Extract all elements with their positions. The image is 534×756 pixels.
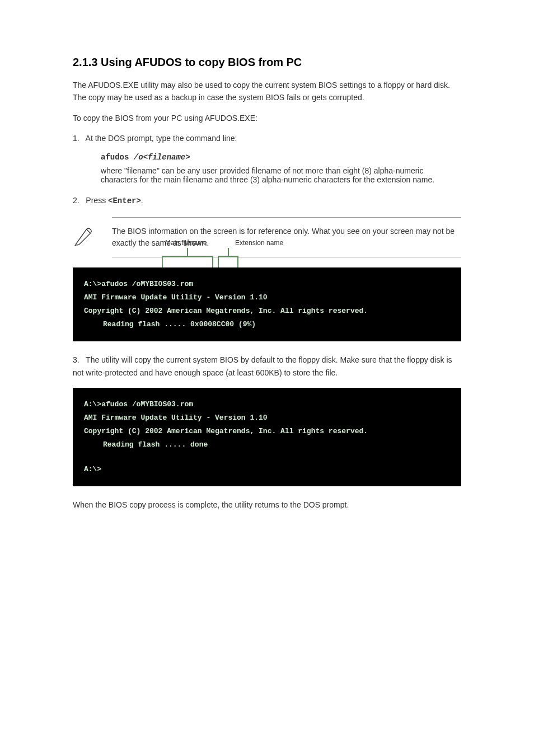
command-line: afudos /o<filename> [101,153,461,162]
terminal1-line1: A:\>afudos /oMYBIOS03.rom [84,278,450,291]
pencil-note-icon [73,224,98,250]
step1-text: At the DOS prompt, type the command line… [86,134,237,143]
syntax-description: where "filename" can be any user provide… [101,166,461,184]
note-box: The BIOS information on the screen is fo… [73,217,461,257]
step2: 2. Press <Enter>. [73,194,461,207]
terminal2-line3: Copyright (C) 2002 American Megatrends, … [84,425,450,438]
terminal2-blank [84,452,450,463]
step1-number: 1. [73,134,79,143]
terminal2-line1: A:\>afudos /oMYBIOS03.rom [84,398,450,411]
terminal1-line4: Reading flash ..... 0x0008CC00 (9%) [84,318,450,331]
step1-intro: To copy the BIOS from your PC using AFUD… [73,112,461,124]
step3: 3. The utility will copy the current sys… [73,354,461,379]
terminal1-line3: Copyright (C) 2002 American Megatrends, … [84,304,450,318]
step3-number: 3. [73,355,79,364]
closing-paragraph: When the BIOS copy process is complete, … [73,499,461,511]
intro-paragraph: The AFUDOS.EXE utility may also be used … [73,79,461,104]
step2-bold: Press [86,196,108,205]
terminal-block-1-wrapper: Main filename Extension name A:\>afudos … [73,267,461,341]
section-title: 2.1.3 Using AFUDOS to copy BIOS from PC [73,56,461,69]
step2-number: 2. [73,196,79,205]
terminal-output-2: A:\>afudos /oMYBIOS03.rom AMI Firmware U… [73,388,461,486]
command-arg: /o<filename> [134,153,190,162]
terminal2-line2: AMI Firmware Update Utility - Version 1.… [84,411,450,425]
terminal1-line2: AMI Firmware Update Utility - Version 1.… [84,291,450,304]
terminal2-line5: A:\> [84,463,450,476]
note-text: The BIOS information on the screen is fo… [112,217,461,257]
terminal-output-1: A:\>afudos /oMYBIOS03.rom AMI Firmware U… [73,267,461,341]
terminal2-line4: Reading flash ..... done [84,438,450,452]
step3-text: The utility will copy the current system… [73,355,452,377]
command-afudos: afudos [101,153,129,162]
enter-key: <Enter> [108,196,141,205]
step1: 1. At the DOS prompt, type the command l… [73,132,461,144]
